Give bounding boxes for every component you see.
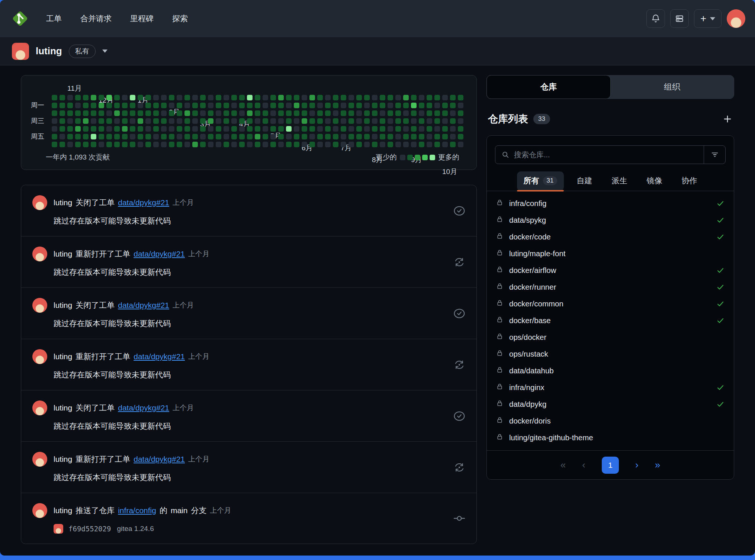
target-link[interactable]: data/dpykg#21 (118, 301, 169, 310)
repo-row[interactable]: infra/nginx (487, 379, 734, 396)
repo-row[interactable]: ops/rustack (487, 345, 734, 362)
contribution-cell (427, 95, 432, 100)
tab-organizations[interactable]: 组织 (610, 75, 734, 99)
profile-username[interactable]: luting (36, 45, 62, 57)
actor-avatar[interactable] (32, 298, 47, 313)
repo-row[interactable]: docker/doris (487, 412, 734, 429)
actor-avatar[interactable] (32, 452, 47, 467)
actor-name[interactable]: luting (54, 403, 72, 412)
user-avatar[interactable] (727, 9, 745, 28)
create-new-button[interactable]: + (694, 9, 722, 28)
private-badge: 私有 (69, 45, 96, 58)
profile-avatar[interactable] (12, 43, 29, 60)
contribution-cell (434, 118, 440, 124)
notifications-button[interactable] (646, 9, 665, 28)
repo-row[interactable]: infra/config (487, 195, 734, 212)
contribution-cell (380, 103, 385, 108)
repo-row[interactable]: docker/base (487, 312, 734, 329)
contribution-cell (106, 134, 112, 139)
target-link[interactable]: data/dpykg#21 (118, 198, 169, 207)
contribution-cell (270, 118, 276, 124)
lock-icon (496, 299, 504, 307)
contribution-cell (356, 110, 362, 116)
repo-row[interactable]: data/datahub (487, 362, 734, 379)
app-surface: 工单合并请求里程碑探索 + luting 私有 (0, 0, 755, 556)
actor-avatar[interactable] (32, 503, 47, 518)
actor-avatar[interactable] (32, 247, 47, 261)
contribution-cell (317, 103, 323, 108)
filter-tab-协作[interactable]: 协作 (675, 171, 704, 191)
contribution-cell (247, 118, 253, 124)
actor-name[interactable]: luting (54, 352, 72, 361)
target-link[interactable]: data/dpykg#21 (118, 403, 169, 412)
nav-link-合并请求[interactable]: 合并请求 (80, 13, 112, 24)
admin-panel-button[interactable] (670, 9, 689, 28)
actor-avatar[interactable] (32, 349, 47, 364)
repo-row[interactable]: luting/maple-font (487, 245, 734, 262)
repo-row[interactable]: luting/gitea-github-theme (487, 429, 734, 446)
contribution-cell (200, 126, 206, 132)
contribution-cell (231, 103, 237, 108)
target-link[interactable]: data/dpykg#21 (134, 455, 185, 464)
pagination: «‹1›» (487, 450, 734, 479)
nav-link-里程碑[interactable]: 里程碑 (130, 13, 154, 24)
repo-name: luting/gitea-github-theme (509, 433, 593, 442)
first-page-button[interactable]: « (560, 459, 566, 471)
actor-avatar[interactable] (32, 195, 47, 210)
check-icon (716, 199, 725, 208)
repo-search-input[interactable] (514, 151, 704, 159)
new-repo-button[interactable] (722, 114, 733, 124)
nav-link-工单[interactable]: 工单 (46, 13, 62, 24)
contribution-grid[interactable] (52, 95, 463, 147)
legend-less-label: 更少的 (376, 152, 397, 162)
filter-tab-自建[interactable]: 自建 (570, 171, 599, 191)
contribution-cell (294, 110, 299, 116)
timestamp: 上个月 (173, 300, 194, 310)
target-link[interactable]: data/dpykg#21 (134, 352, 185, 361)
nav-link-探索[interactable]: 探索 (172, 13, 188, 24)
target-link[interactable]: infra/config (118, 506, 156, 515)
action-verb: 关闭了工单 (76, 403, 115, 413)
filter-tab-所有[interactable]: 所有31 (517, 171, 564, 191)
repo-row[interactable]: docker/airflow (487, 262, 734, 279)
repo-name: luting/maple-font (509, 249, 566, 258)
contribution-cell (177, 118, 182, 124)
filter-tab-派生[interactable]: 派生 (605, 171, 634, 191)
actor-name[interactable]: luting (54, 506, 72, 515)
filter-tab-镜像[interactable]: 镜像 (640, 171, 669, 191)
actor-name[interactable]: luting (54, 198, 72, 207)
repo-filter-button[interactable] (704, 146, 725, 164)
actor-name[interactable]: luting (54, 301, 72, 310)
timestamp: 上个月 (188, 249, 209, 259)
contribution-cell (442, 142, 448, 147)
prev-page-button[interactable]: ‹ (582, 459, 585, 471)
contribution-cell (247, 142, 253, 147)
current-page[interactable]: 1 (602, 457, 619, 474)
actor-name[interactable]: luting (54, 250, 72, 258)
target-link[interactable]: data/dpykg#21 (134, 250, 185, 258)
repo-row[interactable]: ops/docker (487, 329, 734, 345)
tab-repositories[interactable]: 仓库 (486, 75, 611, 99)
entry-body: 跳过存在版本可能导致未更新代码 (54, 472, 453, 483)
actor-avatar[interactable] (32, 400, 47, 415)
profile-dropdown-caret[interactable] (102, 49, 107, 53)
contribution-cell (458, 103, 463, 108)
repo-row[interactable]: docker/common (487, 295, 734, 312)
month-label: 11月 (67, 84, 104, 93)
repo-row[interactable]: docker/runner (487, 279, 734, 295)
gitea-logo[interactable] (10, 8, 30, 29)
contribution-cell (286, 126, 292, 132)
contribution-cell (161, 142, 167, 147)
repo-row[interactable]: docker/code (487, 228, 734, 245)
last-page-button[interactable]: » (655, 459, 660, 471)
next-page-button[interactable]: › (635, 459, 639, 471)
contribution-cell (364, 110, 370, 116)
repo-name: data/dpykg (509, 400, 546, 409)
search-icon (501, 151, 510, 159)
contribution-cell (302, 103, 307, 108)
repo-row[interactable]: data/spykg (487, 212, 734, 228)
actor-name[interactable]: luting (54, 455, 72, 464)
commit-sha[interactable]: f69d552029 (68, 525, 111, 533)
repo-row[interactable]: data/dpykg (487, 396, 734, 412)
contribution-cell (411, 142, 417, 147)
